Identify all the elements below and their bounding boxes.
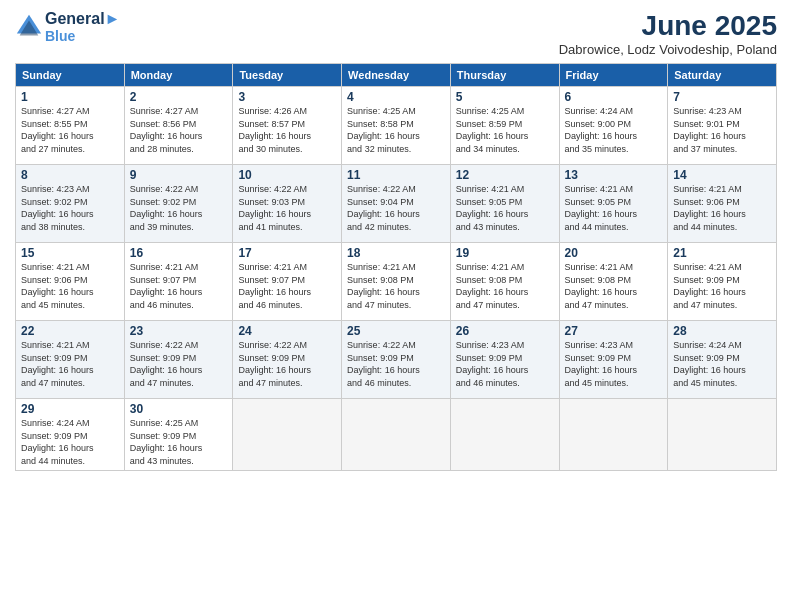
day-number: 11 xyxy=(347,168,445,182)
day-info: Sunrise: 4:23 AM Sunset: 9:09 PM Dayligh… xyxy=(565,339,663,389)
day-number: 26 xyxy=(456,324,554,338)
calendar-cell xyxy=(668,399,777,471)
day-number: 7 xyxy=(673,90,771,104)
col-sunday: Sunday xyxy=(16,64,125,87)
month-title: June 2025 xyxy=(559,10,777,42)
day-info: Sunrise: 4:22 AM Sunset: 9:09 PM Dayligh… xyxy=(238,339,336,389)
day-number: 17 xyxy=(238,246,336,260)
logo-text: General► Blue xyxy=(45,10,120,44)
calendar-cell xyxy=(559,399,668,471)
calendar-cell: 21Sunrise: 4:21 AM Sunset: 9:09 PM Dayli… xyxy=(668,243,777,321)
day-number: 21 xyxy=(673,246,771,260)
day-info: Sunrise: 4:21 AM Sunset: 9:08 PM Dayligh… xyxy=(456,261,554,311)
page: General► Blue June 2025 Dabrowice, Lodz … xyxy=(0,0,792,612)
calendar-cell: 25Sunrise: 4:22 AM Sunset: 9:09 PM Dayli… xyxy=(342,321,451,399)
day-number: 6 xyxy=(565,90,663,104)
calendar-week-4: 22Sunrise: 4:21 AM Sunset: 9:09 PM Dayli… xyxy=(16,321,777,399)
day-info: Sunrise: 4:21 AM Sunset: 9:05 PM Dayligh… xyxy=(565,183,663,233)
calendar-cell: 18Sunrise: 4:21 AM Sunset: 9:08 PM Dayli… xyxy=(342,243,451,321)
calendar-cell: 23Sunrise: 4:22 AM Sunset: 9:09 PM Dayli… xyxy=(124,321,233,399)
day-number: 16 xyxy=(130,246,228,260)
calendar-cell: 8Sunrise: 4:23 AM Sunset: 9:02 PM Daylig… xyxy=(16,165,125,243)
day-info: Sunrise: 4:22 AM Sunset: 9:09 PM Dayligh… xyxy=(347,339,445,389)
day-info: Sunrise: 4:25 AM Sunset: 8:58 PM Dayligh… xyxy=(347,105,445,155)
calendar-cell: 2Sunrise: 4:27 AM Sunset: 8:56 PM Daylig… xyxy=(124,87,233,165)
day-info: Sunrise: 4:27 AM Sunset: 8:55 PM Dayligh… xyxy=(21,105,119,155)
calendar-cell: 30Sunrise: 4:25 AM Sunset: 9:09 PM Dayli… xyxy=(124,399,233,471)
day-number: 8 xyxy=(21,168,119,182)
calendar-cell: 14Sunrise: 4:21 AM Sunset: 9:06 PM Dayli… xyxy=(668,165,777,243)
day-info: Sunrise: 4:21 AM Sunset: 9:09 PM Dayligh… xyxy=(21,339,119,389)
day-number: 12 xyxy=(456,168,554,182)
day-info: Sunrise: 4:21 AM Sunset: 9:07 PM Dayligh… xyxy=(130,261,228,311)
calendar-cell: 15Sunrise: 4:21 AM Sunset: 9:06 PM Dayli… xyxy=(16,243,125,321)
day-number: 27 xyxy=(565,324,663,338)
day-number: 9 xyxy=(130,168,228,182)
day-info: Sunrise: 4:22 AM Sunset: 9:02 PM Dayligh… xyxy=(130,183,228,233)
day-info: Sunrise: 4:23 AM Sunset: 9:02 PM Dayligh… xyxy=(21,183,119,233)
calendar-header-row: Sunday Monday Tuesday Wednesday Thursday… xyxy=(16,64,777,87)
day-number: 30 xyxy=(130,402,228,416)
location: Dabrowice, Lodz Voivodeship, Poland xyxy=(559,42,777,57)
day-info: Sunrise: 4:21 AM Sunset: 9:07 PM Dayligh… xyxy=(238,261,336,311)
calendar-cell: 24Sunrise: 4:22 AM Sunset: 9:09 PM Dayli… xyxy=(233,321,342,399)
day-info: Sunrise: 4:25 AM Sunset: 9:09 PM Dayligh… xyxy=(130,417,228,467)
calendar-cell: 5Sunrise: 4:25 AM Sunset: 8:59 PM Daylig… xyxy=(450,87,559,165)
calendar-cell: 20Sunrise: 4:21 AM Sunset: 9:08 PM Dayli… xyxy=(559,243,668,321)
day-info: Sunrise: 4:21 AM Sunset: 9:05 PM Dayligh… xyxy=(456,183,554,233)
day-number: 25 xyxy=(347,324,445,338)
calendar-week-3: 15Sunrise: 4:21 AM Sunset: 9:06 PM Dayli… xyxy=(16,243,777,321)
calendar-week-2: 8Sunrise: 4:23 AM Sunset: 9:02 PM Daylig… xyxy=(16,165,777,243)
calendar-cell: 6Sunrise: 4:24 AM Sunset: 9:00 PM Daylig… xyxy=(559,87,668,165)
header: General► Blue June 2025 Dabrowice, Lodz … xyxy=(15,10,777,57)
calendar-cell: 7Sunrise: 4:23 AM Sunset: 9:01 PM Daylig… xyxy=(668,87,777,165)
day-number: 3 xyxy=(238,90,336,104)
calendar-cell: 26Sunrise: 4:23 AM Sunset: 9:09 PM Dayli… xyxy=(450,321,559,399)
day-number: 28 xyxy=(673,324,771,338)
day-number: 18 xyxy=(347,246,445,260)
day-number: 4 xyxy=(347,90,445,104)
calendar-cell: 10Sunrise: 4:22 AM Sunset: 9:03 PM Dayli… xyxy=(233,165,342,243)
day-number: 13 xyxy=(565,168,663,182)
calendar-cell: 9Sunrise: 4:22 AM Sunset: 9:02 PM Daylig… xyxy=(124,165,233,243)
day-info: Sunrise: 4:21 AM Sunset: 9:08 PM Dayligh… xyxy=(565,261,663,311)
day-info: Sunrise: 4:21 AM Sunset: 9:09 PM Dayligh… xyxy=(673,261,771,311)
col-saturday: Saturday xyxy=(668,64,777,87)
logo-icon xyxy=(15,13,43,41)
day-number: 5 xyxy=(456,90,554,104)
day-info: Sunrise: 4:24 AM Sunset: 9:09 PM Dayligh… xyxy=(21,417,119,467)
calendar-cell xyxy=(342,399,451,471)
day-info: Sunrise: 4:21 AM Sunset: 9:08 PM Dayligh… xyxy=(347,261,445,311)
calendar-cell: 29Sunrise: 4:24 AM Sunset: 9:09 PM Dayli… xyxy=(16,399,125,471)
day-number: 2 xyxy=(130,90,228,104)
day-info: Sunrise: 4:23 AM Sunset: 9:09 PM Dayligh… xyxy=(456,339,554,389)
day-number: 19 xyxy=(456,246,554,260)
calendar-cell: 13Sunrise: 4:21 AM Sunset: 9:05 PM Dayli… xyxy=(559,165,668,243)
calendar-cell: 16Sunrise: 4:21 AM Sunset: 9:07 PM Dayli… xyxy=(124,243,233,321)
day-number: 23 xyxy=(130,324,228,338)
calendar-cell: 12Sunrise: 4:21 AM Sunset: 9:05 PM Dayli… xyxy=(450,165,559,243)
day-info: Sunrise: 4:21 AM Sunset: 9:06 PM Dayligh… xyxy=(21,261,119,311)
col-monday: Monday xyxy=(124,64,233,87)
logo: General► Blue xyxy=(15,10,120,44)
calendar-cell: 27Sunrise: 4:23 AM Sunset: 9:09 PM Dayli… xyxy=(559,321,668,399)
calendar-cell: 17Sunrise: 4:21 AM Sunset: 9:07 PM Dayli… xyxy=(233,243,342,321)
day-info: Sunrise: 4:27 AM Sunset: 8:56 PM Dayligh… xyxy=(130,105,228,155)
title-block: June 2025 Dabrowice, Lodz Voivodeship, P… xyxy=(559,10,777,57)
day-number: 14 xyxy=(673,168,771,182)
day-number: 22 xyxy=(21,324,119,338)
calendar-week-1: 1Sunrise: 4:27 AM Sunset: 8:55 PM Daylig… xyxy=(16,87,777,165)
calendar-cell xyxy=(233,399,342,471)
calendar-cell: 3Sunrise: 4:26 AM Sunset: 8:57 PM Daylig… xyxy=(233,87,342,165)
day-info: Sunrise: 4:23 AM Sunset: 9:01 PM Dayligh… xyxy=(673,105,771,155)
day-number: 24 xyxy=(238,324,336,338)
calendar-cell xyxy=(450,399,559,471)
day-info: Sunrise: 4:22 AM Sunset: 9:04 PM Dayligh… xyxy=(347,183,445,233)
day-number: 10 xyxy=(238,168,336,182)
day-number: 15 xyxy=(21,246,119,260)
calendar-cell: 22Sunrise: 4:21 AM Sunset: 9:09 PM Dayli… xyxy=(16,321,125,399)
day-number: 29 xyxy=(21,402,119,416)
col-tuesday: Tuesday xyxy=(233,64,342,87)
day-info: Sunrise: 4:25 AM Sunset: 8:59 PM Dayligh… xyxy=(456,105,554,155)
day-info: Sunrise: 4:24 AM Sunset: 9:00 PM Dayligh… xyxy=(565,105,663,155)
